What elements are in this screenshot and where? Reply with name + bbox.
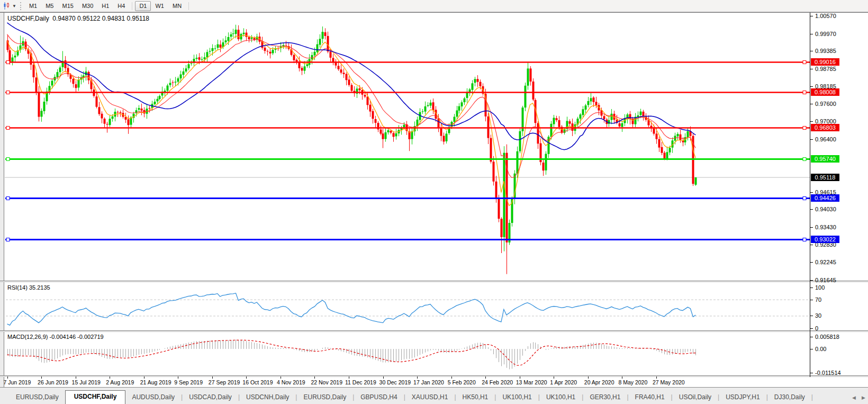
line-handle[interactable] [803, 127, 806, 130]
chart-tab-dj30-daily[interactable]: DJ30,Daily [768, 391, 811, 404]
price-tick [810, 86, 813, 87]
macd-tick [810, 349, 813, 349]
macd-tick [810, 373, 813, 373]
tab-scroll-left-icon[interactable]: ◀ [852, 395, 856, 400]
chart-tab-ger30-h1[interactable]: GER30,H1 [583, 391, 627, 404]
chart-tab-usdchf-daily[interactable]: USDCHF,Daily [65, 390, 126, 404]
price-badge-0.95118: 0.95118 [811, 174, 839, 181]
price-tick-label: 1.00570 [815, 13, 836, 19]
rsi-tick-label: 100 [815, 284, 825, 291]
price-tick [810, 227, 813, 228]
time-tick [451, 376, 452, 379]
time-tick [520, 376, 520, 379]
rsi-tick-label: 70 [815, 297, 821, 303]
line-handle[interactable] [6, 238, 10, 241]
time-tick [588, 376, 589, 379]
price-badge-0.94426: 0.94426 [811, 194, 839, 202]
time-tick [485, 376, 486, 379]
line-handle[interactable] [803, 158, 806, 161]
price-tick [810, 51, 813, 51]
time-tick [554, 376, 554, 379]
rsi-tick [810, 288, 813, 288]
time-tick-label: 9 Sep 2019 [174, 379, 203, 385]
time-tick-label: 15 Jul 2019 [72, 379, 101, 385]
time-tick [281, 376, 281, 379]
price-badge-0.98008: 0.98008 [811, 88, 839, 96]
time-tick-label: 11 Dec 2019 [345, 379, 376, 385]
chart-tab-xauusd-h1[interactable]: XAUUSD,H1 [405, 391, 455, 404]
chart-tab-eurusd-daily[interactable]: EURUSD,Daily [297, 391, 352, 404]
toolbar-grip[interactable] [20, 2, 21, 10]
line-handle[interactable] [803, 91, 806, 94]
timeframe-button-h4[interactable]: H4 [113, 1, 129, 11]
line-handle[interactable] [6, 61, 10, 64]
chart-tab-fra40-h1[interactable]: FRA40,H1 [629, 391, 671, 404]
price-tick-label: 0.96400 [815, 136, 836, 142]
price-tick [810, 139, 813, 140]
time-tick-label: 27 Sep 2019 [209, 379, 240, 385]
time-tick-label: 17 Jan 2020 [413, 379, 444, 385]
line-handle[interactable] [803, 61, 806, 64]
chevron-down-icon[interactable]: ▼ [12, 4, 16, 8]
chart-tab-usdjpy-h1[interactable]: USDJPY,H1 [719, 391, 766, 404]
chart-tab-usdcad-daily[interactable]: USDCAD,Daily [183, 391, 238, 404]
toolbar-separator [132, 2, 132, 10]
time-tick [417, 376, 418, 379]
price-tick-label: 0.91645 [815, 277, 836, 283]
price-tick-label: 0.99385 [815, 48, 836, 54]
price-tick [810, 121, 813, 122]
chart-tab-usoil-daily[interactable]: USOil,Daily [673, 391, 718, 404]
timeframe-button-m15[interactable]: M15 [58, 1, 77, 11]
chart-tab-uk100-h1[interactable]: UK100,H1 [540, 391, 582, 404]
line-handle[interactable] [6, 197, 10, 200]
price-tick-label: 0.97600 [815, 101, 836, 107]
candlestick-chart-icon[interactable] [2, 1, 12, 11]
panel-separator [0, 375, 868, 377]
timeframe-button-m1[interactable]: M1 [25, 1, 41, 11]
tab-divider: | [811, 393, 813, 404]
line-handle[interactable] [803, 238, 806, 241]
time-tick-label: 26 Jun 2019 [38, 379, 68, 385]
mt4-terminal-window: ▼ M1M5M15M30H1H4D1W1MN USDCHF,Daily 0.94… [0, 0, 868, 404]
price-tick-label: 0.94030 [815, 206, 836, 212]
time-tick [178, 376, 178, 379]
rsi-tick [810, 300, 813, 300]
timeframe-button-d1[interactable]: D1 [135, 1, 151, 11]
timeframe-button-m30[interactable]: M30 [78, 1, 97, 11]
price-tick [810, 104, 813, 104]
rsi-line [7, 293, 696, 325]
tab-scroll-right-icon[interactable]: ▶ [862, 395, 865, 400]
price-tick [810, 34, 813, 34]
line-handle[interactable] [6, 127, 10, 130]
price-tick [810, 192, 813, 193]
chart-title: USDCHF,Daily 0.94870 0.95122 0.94831 0.9… [7, 15, 149, 22]
time-tick [144, 376, 144, 379]
rsi-indicator-canvas[interactable] [5, 282, 810, 330]
timeframe-button-mn[interactable]: MN [168, 1, 186, 11]
rsi-tick [810, 328, 813, 329]
line-handle[interactable] [803, 197, 806, 200]
price-tick-label: 0.92245 [815, 259, 836, 265]
price-chart-canvas[interactable] [5, 13, 810, 281]
chart-tab-audusd-daily[interactable]: AUDUSD,Daily [125, 391, 181, 404]
timeframe-button-w1[interactable]: W1 [151, 1, 168, 11]
macd-indicator-canvas[interactable] [5, 332, 810, 375]
time-tick [349, 376, 349, 379]
rsi-tick-label: 0 [815, 325, 818, 331]
timeframe-button-m5[interactable]: M5 [41, 1, 58, 11]
chart-ohlc-values: 0.94870 0.95122 0.94831 0.95118 [52, 15, 149, 22]
line-handle[interactable] [6, 91, 10, 94]
chart-tab-bar: EURUSD,DailyUSDCHF,DailyAUDUSD,Daily|USD… [0, 390, 868, 404]
time-tick-label: 5 Feb 2020 [448, 379, 476, 385]
line-handle[interactable] [6, 158, 10, 161]
time-tick [246, 376, 247, 379]
chart-tab-usdcnh-daily[interactable]: USDCNH,Daily [240, 391, 295, 404]
price-tick [810, 262, 813, 263]
time-tick-label: 7 Jun 2019 [4, 379, 31, 385]
chart-tab-hk50-h1[interactable]: HK50,H1 [456, 391, 495, 404]
timeframe-button-h1[interactable]: H1 [97, 1, 113, 11]
macd-label: MACD(12,26,9) -0.004146 -0.002719 [7, 334, 104, 340]
chart-tab-gbpusd-h4[interactable]: GBPUSD,H4 [354, 391, 403, 404]
chart-tab-eurusd-daily[interactable]: EURUSD,Daily [10, 391, 65, 404]
chart-tab-uk100-h1[interactable]: UK100,H1 [496, 391, 538, 404]
